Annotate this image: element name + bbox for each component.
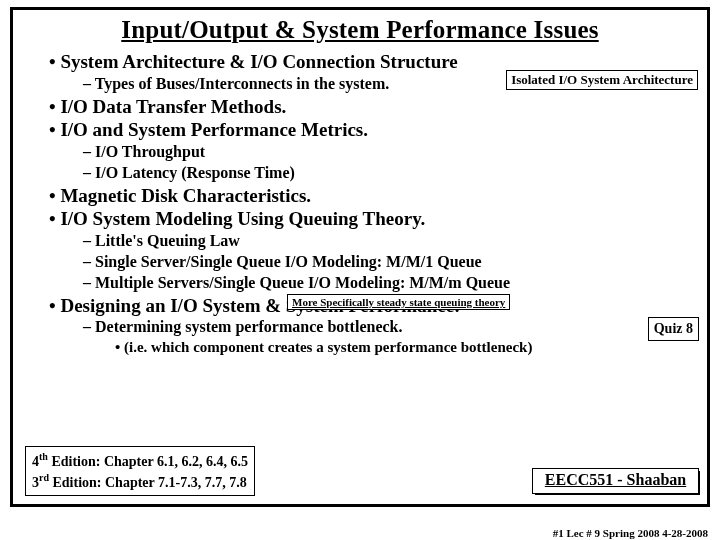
sub-latency: I/O Latency (Response Time) [83, 163, 693, 184]
sub-mm1: Single Server/Single Queue I/O Modeling:… [83, 252, 693, 273]
isolated-arch-box: Isolated I/O System Architecture [506, 70, 698, 90]
quiz-box: Quiz 8 [648, 317, 699, 341]
edition-4-line: 4th Edition: Chapter 6.1, 6.2, 6.4, 6.5 [32, 450, 248, 471]
bullet-disk: Magnetic Disk Characteristics. [49, 184, 693, 208]
ed3-rest: Edition: Chapter 7.1-7.3, 7.7, 7.8 [49, 475, 247, 490]
ed3-sup: rd [39, 472, 49, 483]
sub-little: Little's Queuing Law [83, 231, 693, 252]
sub-bottleneck-note: (i.e. which component creates a system p… [115, 338, 693, 358]
sub-throughput: I/O Throughput [83, 142, 693, 163]
sub-bottleneck: Determining system performance bottlenec… [83, 317, 693, 338]
course-label: EECC551 - Shaaban [532, 468, 699, 494]
slide-title: Input/Output & System Performance Issues [27, 16, 693, 44]
ed3-num: 3 [32, 475, 39, 490]
slide-footer: #1 Lec # 9 Spring 2008 4-28-2008 [553, 527, 708, 539]
ed4-rest: Edition: Chapter 6.1, 6.2, 6.4, 6.5 [48, 454, 248, 469]
ed4-num: 4 [32, 454, 39, 469]
bullet-queuing: I/O System Modeling Using Queuing Theory… [49, 207, 693, 231]
edition-3-line: 3rd Edition: Chapter 7.1-7.3, 7.7, 7.8 [32, 471, 248, 492]
course-box: EECC551 - Shaaban [532, 468, 697, 492]
queuing-note-box: More Specifically steady state queuing t… [287, 294, 510, 310]
sub-mmm: Multiple Servers/Single Queue I/O Modeli… [83, 273, 693, 294]
ed4-sup: th [39, 451, 48, 462]
bullet-io-data: I/O Data Transfer Methods. [49, 95, 693, 119]
bullet-io-perf: I/O and System Performance Metrics. [49, 118, 693, 142]
slide-frame: Input/Output & System Performance Issues… [10, 7, 710, 507]
editions-box: 4th Edition: Chapter 6.1, 6.2, 6.4, 6.5 … [25, 446, 255, 496]
